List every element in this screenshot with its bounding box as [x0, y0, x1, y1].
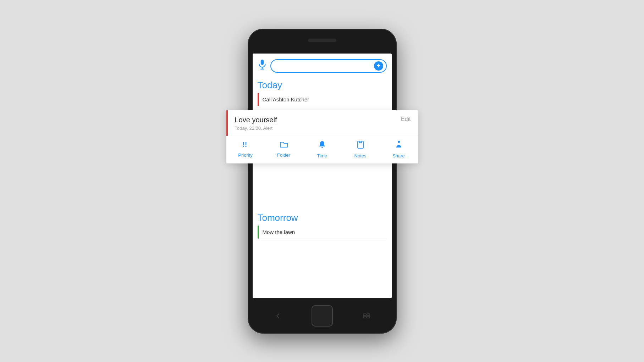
share-icon — [395, 140, 403, 151]
svg-point-9 — [398, 141, 400, 143]
share-action[interactable]: Share — [380, 140, 418, 158]
share-label: Share — [392, 153, 405, 158]
notes-action[interactable]: Notes — [341, 140, 380, 158]
microphone-icon[interactable] — [258, 59, 267, 72]
action-bar: !! Priority Folder — [226, 136, 418, 163]
today-title: Today — [258, 80, 387, 91]
mow-lawn-text: Mow the lawn — [263, 225, 387, 239]
menu-button[interactable] — [361, 312, 372, 319]
tomorrow-section-header: Tomorrow — [253, 210, 392, 225]
svg-text:!!: !! — [242, 140, 247, 148]
priority-icon: !! — [242, 140, 249, 150]
top-bar: + — [253, 54, 392, 77]
scene: + Today Call Ashton Kutcher Tomorrow — [248, 29, 397, 334]
divider — [258, 239, 387, 239]
task-item-mow-lawn[interactable]: Mow the lawn — [253, 225, 392, 239]
app-content: + Today Call Ashton Kutcher Tomorrow — [253, 54, 392, 298]
add-button[interactable]: + — [374, 61, 383, 71]
priority-action[interactable]: !! Priority — [226, 140, 265, 158]
priority-indicator-green — [258, 225, 259, 239]
time-label: Time — [317, 153, 327, 158]
expanded-task-header: Love yourself Today, 22:00, Alert Edit — [226, 110, 418, 136]
task-item-call-ashton[interactable]: Call Ashton Kutcher — [253, 93, 392, 106]
svg-rect-4 — [367, 314, 370, 316]
notes-label: Notes — [354, 153, 367, 158]
svg-rect-6 — [367, 316, 370, 318]
phone-bottom — [248, 298, 397, 334]
expanded-task-info: Love yourself Today, 22:00, Alert — [235, 116, 401, 131]
back-button[interactable] — [273, 312, 283, 319]
svg-rect-3 — [363, 314, 366, 316]
task-text: Call Ashton Kutcher — [263, 93, 387, 106]
priority-indicator — [258, 93, 259, 106]
today-section-header: Today — [253, 77, 392, 93]
bell-icon — [318, 140, 326, 151]
priority-label: Priority — [238, 152, 252, 158]
tomorrow-section: Tomorrow Mow the lawn — [253, 210, 392, 239]
svg-rect-5 — [363, 316, 366, 318]
expanded-task-panel: Love yourself Today, 22:00, Alert Edit !… — [226, 110, 418, 163]
home-button[interactable] — [312, 305, 333, 327]
time-action[interactable]: Time — [303, 140, 341, 158]
phone-screen: + Today Call Ashton Kutcher Tomorrow — [253, 54, 392, 298]
phone-shell: + Today Call Ashton Kutcher Tomorrow — [248, 29, 397, 334]
phone-speaker — [308, 39, 336, 42]
folder-action[interactable]: Folder — [265, 140, 303, 158]
folder-icon — [280, 140, 288, 150]
svg-rect-0 — [260, 60, 264, 65]
edit-button[interactable]: Edit — [401, 116, 411, 122]
tomorrow-title: Tomorrow — [258, 212, 387, 223]
search-box[interactable]: + — [270, 59, 387, 73]
expanded-task-meta: Today, 22:00, Alert — [235, 126, 401, 131]
expanded-task-title: Love yourself — [235, 116, 401, 124]
notes-icon — [357, 140, 364, 151]
folder-label: Folder — [277, 152, 290, 158]
